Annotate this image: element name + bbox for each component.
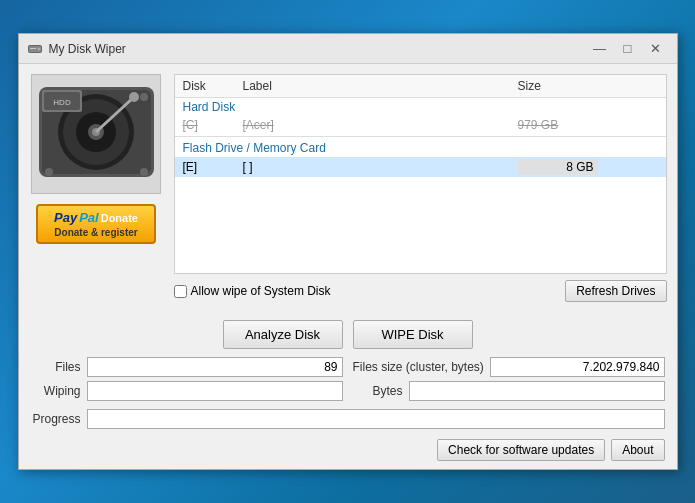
check-updates-button[interactable]: Check for software updates <box>437 439 605 461</box>
progress-label: Progress <box>31 412 81 426</box>
action-buttons: Analyze Disk WIPE Disk <box>31 320 665 349</box>
stats-grid: Files Files size (cluster, bytes) Wiping… <box>31 357 665 401</box>
svg-point-16 <box>140 168 148 176</box>
drive-label-e: [ ] <box>243 160 518 174</box>
drive-size-c: 979 GB <box>518 118 598 132</box>
footer-buttons: Check for software updates About <box>31 437 665 461</box>
title-bar: My Disk Wiper — □ ✕ <box>19 34 677 64</box>
wiping-row: Wiping <box>31 381 343 401</box>
col-label: Label <box>243 79 518 93</box>
files-label: Files <box>31 360 81 374</box>
bytes-label: Bytes <box>353 384 403 398</box>
files-size-row: Files size (cluster, bytes) <box>353 357 665 377</box>
right-panel: Disk Label Size Hard Disk [C] [Acer] 979… <box>174 74 667 302</box>
content-area: HDD Pay Pal Donate Donate & register Dis… <box>19 64 677 312</box>
progress-bar-container <box>87 409 665 429</box>
bytes-row: Bytes <box>353 381 665 401</box>
drive-table: Disk Label Size Hard Disk [C] [Acer] 979… <box>174 74 667 274</box>
svg-point-15 <box>45 168 53 176</box>
svg-text:HDD: HDD <box>53 98 71 107</box>
main-window: My Disk Wiper — □ ✕ <box>18 33 678 470</box>
refresh-drives-button[interactable]: Refresh Drives <box>565 280 666 302</box>
col-disk: Disk <box>183 79 243 93</box>
svg-rect-3 <box>30 48 36 49</box>
paypal-donate-text: Donate <box>101 212 138 224</box>
allow-wipe-label[interactable]: Allow wipe of System Disk <box>174 284 331 298</box>
table-row[interactable]: [C] [Acer] 979 GB <box>175 116 666 134</box>
bottom-controls: Allow wipe of System Disk Refresh Drives <box>174 274 667 302</box>
paypal-pay: Pay <box>54 210 77 225</box>
files-size-input[interactable] <box>490 357 665 377</box>
files-input[interactable] <box>87 357 343 377</box>
files-size-label: Files size (cluster, bytes) <box>353 360 484 374</box>
wipe-disk-button[interactable]: WIPE Disk <box>353 320 473 349</box>
col-extra <box>598 79 658 93</box>
drive-disk-e: [E] <box>183 160 243 174</box>
section-hard-disk: Hard Disk <box>175 98 666 116</box>
full-bottom-section: Analyze Disk WIPE Disk Files Files size … <box>19 312 677 469</box>
wiping-input[interactable] <box>87 381 343 401</box>
progress-row: Progress <box>31 409 665 429</box>
table-header: Disk Label Size <box>175 75 666 98</box>
close-button[interactable]: ✕ <box>643 39 669 59</box>
col-size: Size <box>518 79 598 93</box>
section-hard-disk-label: Hard Disk <box>183 100 598 114</box>
allow-wipe-checkbox[interactable] <box>174 285 187 298</box>
svg-point-14 <box>140 93 148 101</box>
bytes-input[interactable] <box>409 381 665 401</box>
app-icon <box>27 41 43 57</box>
table-separator <box>175 136 666 137</box>
window-controls: — □ ✕ <box>587 39 669 59</box>
table-row[interactable]: [E] [ ] 8 GB <box>175 157 666 177</box>
maximize-button[interactable]: □ <box>615 39 641 59</box>
window-title: My Disk Wiper <box>49 42 587 56</box>
checkbox-refresh-row: Allow wipe of System Disk Refresh Drives <box>174 280 667 302</box>
section-flash-drive-label: Flash Drive / Memory Card <box>183 141 598 155</box>
allow-wipe-text: Allow wipe of System Disk <box>191 284 331 298</box>
paypal-label: Donate & register <box>46 227 146 238</box>
disk-illustration: HDD <box>31 74 161 194</box>
paypal-donate-button[interactable]: Pay Pal Donate Donate & register <box>36 204 156 244</box>
svg-point-2 <box>37 47 40 50</box>
wiping-label: Wiping <box>31 384 81 398</box>
about-button[interactable]: About <box>611 439 664 461</box>
drive-disk-c: [C] <box>183 118 243 132</box>
minimize-button[interactable]: — <box>587 39 613 59</box>
paypal-logo: Pay Pal Donate <box>46 210 146 225</box>
drive-size-e: 8 GB <box>518 159 598 175</box>
analyze-disk-button[interactable]: Analyze Disk <box>223 320 343 349</box>
section-flash-drive: Flash Drive / Memory Card <box>175 139 666 157</box>
files-row: Files <box>31 357 343 377</box>
drive-label-acer: [Acer] <box>243 118 518 132</box>
svg-point-12 <box>129 92 139 102</box>
left-panel: HDD Pay Pal Donate Donate & register <box>29 74 164 302</box>
paypal-pal: Pal <box>79 210 99 225</box>
